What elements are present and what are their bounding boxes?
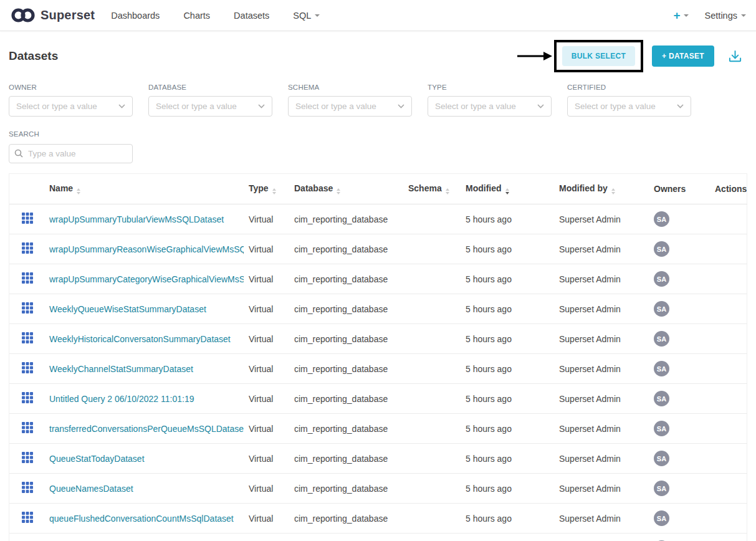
modified-cell: 5 hours ago: [461, 414, 554, 444]
owner-avatar: SA: [654, 481, 669, 496]
dataset-name-link[interactable]: wrapUpSummaryCategoryWiseGraphicalViewMs…: [49, 274, 244, 284]
column-header-owners: Owners: [649, 174, 710, 204]
nav-item-sql[interactable]: SQL: [293, 11, 320, 21]
filter-select[interactable]: Select or type a value: [428, 96, 552, 117]
chevron-down-icon: [315, 14, 320, 17]
sort-icon: [77, 188, 80, 194]
column-header-modified-by[interactable]: Modified by: [554, 174, 649, 204]
chevron-down-icon: [118, 104, 125, 108]
column-header-label: Schema: [408, 183, 442, 193]
filter-label: TYPE: [428, 84, 552, 91]
schema-cell: [403, 354, 461, 384]
modified-cell: 5 hours ago: [461, 384, 554, 414]
table-grid-icon: [22, 392, 33, 403]
table-row: wrapUpSummaryReasonWiseGraphicalViewMsSQ…: [9, 234, 747, 264]
table-row: Query Data For Conversational Detail Vir…: [9, 534, 747, 541]
actions-cell: [710, 294, 747, 324]
dataset-name-link[interactable]: wrapUpSummaryReasonWiseGraphicalViewMsSQ…: [49, 244, 244, 254]
dataset-icon-cell: [9, 504, 44, 534]
database-cell: cim_reporting_database: [289, 204, 403, 234]
add-dataset-button[interactable]: + DATASET: [652, 45, 714, 67]
dataset-name-link[interactable]: wrapUpSummaryTubularViewMsSQLDataset: [49, 214, 224, 224]
modified-cell: 5 hours ago: [461, 294, 554, 324]
column-header-database[interactable]: Database: [289, 174, 403, 204]
schema-cell: [403, 504, 461, 534]
table-row: wrapUpSummaryCategoryWiseGraphicalViewMs…: [9, 264, 747, 294]
table-row: Untitled Query 2 06/10/2022 11:01:19 Vir…: [9, 384, 747, 414]
schema-cell: [403, 444, 461, 474]
name-cell: WeeklyQueueWiseStatSummaryDataset: [44, 294, 244, 324]
filter: SCHEMA Select or type a value: [288, 84, 412, 117]
database-cell: cim_reporting_database: [289, 264, 403, 294]
column-header-label: Owners: [654, 184, 686, 194]
owner-avatar: SA: [654, 361, 669, 376]
owner-avatar: SA: [654, 271, 669, 287]
dataset-name-link[interactable]: WeeklyHistoricalConversatonSummaryDatase…: [49, 334, 231, 344]
brand-name[interactable]: Superset: [41, 8, 95, 22]
superset-logo[interactable]: Superset: [10, 7, 95, 24]
bulk-select-button[interactable]: BULK SELECT: [562, 46, 635, 66]
column-header-name[interactable]: Name: [44, 174, 244, 204]
modified-by-cell: Superset Admin: [554, 474, 649, 504]
dataset-icon-cell: [9, 474, 44, 504]
table-row: QueueStatTodayDataset Virtual cim_report…: [9, 444, 747, 474]
nav-item-dashboards[interactable]: Dashboards: [111, 11, 160, 21]
dataset-name-link[interactable]: queueFlushedConversationCountMsSqlDatase…: [49, 514, 234, 524]
filter-select[interactable]: Select or type a value: [288, 96, 412, 117]
type-cell: Virtual: [244, 354, 289, 384]
filter-select[interactable]: Select or type a value: [148, 96, 272, 117]
database-cell: cim_reporting_database: [289, 414, 403, 444]
nav-item-datasets[interactable]: Datasets: [234, 11, 269, 21]
type-cell: Virtual: [244, 414, 289, 444]
table-grid-icon: [22, 362, 33, 373]
owner-avatar: SA: [654, 391, 669, 406]
settings-menu[interactable]: Settings: [705, 11, 746, 21]
column-header-schema[interactable]: Schema: [403, 174, 461, 204]
actions-cell: [710, 384, 747, 414]
actions-cell: [710, 204, 747, 234]
name-cell: QueueStatTodayDataset: [44, 444, 244, 474]
database-cell: cim_reporting_database: [289, 384, 403, 414]
dataset-name-link[interactable]: QueueNamesDataset: [49, 484, 133, 494]
search-input[interactable]: [9, 144, 133, 163]
modified-cell: 5 hours ago: [461, 534, 554, 541]
column-header-modified[interactable]: Modified: [461, 174, 554, 204]
filter-placeholder: Select or type a value: [156, 102, 237, 111]
table-row: queueFlushedConversationCountMsSqlDatase…: [9, 504, 747, 534]
name-cell: Query Data For Conversational Detail: [44, 534, 244, 541]
new-menu-button[interactable]: +: [673, 9, 688, 22]
dataset-icon-cell: [9, 384, 44, 414]
settings-label: Settings: [705, 11, 737, 21]
search-section: SEARCH: [0, 117, 756, 163]
actions-cell: [710, 324, 747, 354]
owners-cell: SA: [649, 414, 710, 444]
table-grid-icon: [22, 512, 33, 523]
owners-cell: SA: [649, 354, 710, 384]
filter-select[interactable]: Select or type a value: [9, 96, 133, 117]
dataset-name-link[interactable]: transferredConversationsPerQueueMsSQLDat…: [49, 424, 244, 434]
owner-avatar: SA: [654, 421, 669, 436]
name-cell: transferredConversationsPerQueueMsSQLDat…: [44, 414, 244, 444]
column-header-type[interactable]: Type: [244, 174, 289, 204]
export-datasets-button[interactable]: [728, 49, 742, 64]
sort-desc-icon: [505, 188, 509, 194]
modified-by-cell: Superset Admin: [554, 384, 649, 414]
actions-cell: [710, 354, 747, 384]
modified-cell: 5 hours ago: [461, 324, 554, 354]
dataset-icon-cell: [9, 234, 44, 264]
chevron-down-icon: [398, 104, 404, 108]
dataset-name-link[interactable]: WeeklyChannelStatSummaryDataset: [49, 364, 193, 374]
owner-avatar: SA: [654, 510, 669, 526]
table-row: QueueNamesDataset Virtual cim_reporting_…: [9, 474, 747, 504]
navbar: Superset Dashboards Charts Datasets SQL …: [0, 0, 756, 31]
dataset-name-link[interactable]: QueueStatTodayDataset: [49, 454, 145, 464]
dataset-name-link[interactable]: WeeklyQueueWiseStatSummaryDataset: [49, 304, 206, 314]
filter-select[interactable]: Select or type a value: [567, 96, 691, 117]
modified-by-cell: Superset Admin: [554, 354, 649, 384]
search-icon: [14, 149, 23, 158]
schema-cell: [403, 474, 461, 504]
database-cell: cim_reporting_database: [289, 354, 403, 384]
dataset-name-link[interactable]: Untitled Query 2 06/10/2022 11:01:19: [49, 394, 194, 404]
filter: CERTIFIED Select or type a value: [567, 84, 691, 117]
nav-item-charts[interactable]: Charts: [183, 11, 210, 21]
